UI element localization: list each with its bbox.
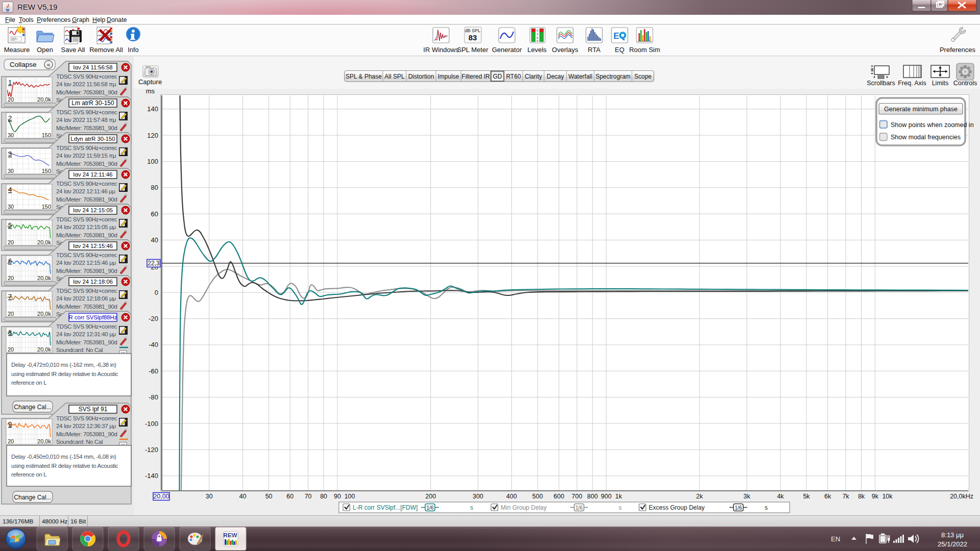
svg-text:140: 140 (147, 105, 158, 113)
svg-text:Mic/Meter: 7053981_90d: Mic/Meter: 7053981_90d (56, 431, 117, 437)
svg-text:Ιαν 24 11:56:58: Ιαν 24 11:56:58 (73, 64, 112, 70)
svg-text:100: 100 (147, 158, 158, 165)
svg-text:Impulse: Impulse (437, 73, 459, 80)
svg-text:Scope: Scope (634, 73, 651, 80)
svg-text:Soundcard: No Cal: Soundcard: No Cal (56, 439, 103, 445)
svg-text:-40: -40 (149, 341, 158, 348)
svg-text:9: 9 (8, 420, 12, 428)
svg-text:Mic/Meter: 7053981_90d: Mic/Meter: 7053981_90d (56, 268, 117, 274)
svg-text:20: 20 (8, 438, 14, 444)
svg-text:EQ: EQ (615, 46, 625, 54)
svg-text:Change Cal...: Change Cal... (14, 404, 51, 411)
svg-text:600: 600 (554, 493, 565, 500)
svg-text:Mic/Meter: 7053981_90d: Mic/Meter: 7053981_90d (56, 339, 117, 345)
svg-text:30: 30 (206, 493, 213, 500)
svg-text:-120: -120 (145, 446, 158, 454)
svg-text:800: 800 (587, 493, 598, 500)
svg-text:Mic/Meter: 7053981_90d: Mic/Meter: 7053981_90d (56, 89, 117, 95)
svg-text:24 Ιαν 2022 12:15:46 μμ: 24 Ιαν 2022 12:15:46 μμ (56, 260, 116, 266)
svg-text:using estimated IR delay relat: using estimated IR delay relative to Aco… (11, 371, 118, 377)
svg-text:TDSC SVS 90Hz+correc: TDSC SVS 90Hz+correc (56, 109, 117, 115)
svg-text:10k: 10k (882, 493, 893, 500)
svg-text:Ιαν 24 12:15:05: Ιαν 24 12:15:05 (73, 207, 113, 213)
svg-text:22,3: 22,3 (148, 260, 160, 267)
svg-text:20,0kHz: 20,0kHz (950, 493, 973, 500)
svg-text:IR Windows: IR Windows (423, 46, 459, 54)
svg-text:Min Group Delay: Min Group Delay (501, 504, 547, 511)
svg-text:Open: Open (37, 46, 53, 54)
svg-text:Delay -0,450±0,010 ms (-154 mm: Delay -0,450±0,010 ms (-154 mm, -6,08 in… (11, 454, 116, 460)
svg-text:2: 2 (8, 114, 12, 122)
svg-text:25/1/2022: 25/1/2022 (938, 540, 967, 548)
svg-text:Mic/Meter: 7053981_90d: Mic/Meter: 7053981_90d (56, 304, 117, 310)
svg-text:Lm atrR 30-150: Lm atrR 30-150 (71, 99, 114, 107)
svg-text:Remove All: Remove All (89, 46, 123, 54)
svg-text:Mic/Meter: 7053981_90d: Mic/Meter: 7053981_90d (56, 196, 117, 203)
svg-text:120: 120 (147, 132, 158, 139)
svg-text:TDSC SVS 90Hz+correc: TDSC SVS 90Hz+correc (56, 73, 117, 80)
svg-text:Scrollbars: Scrollbars (867, 80, 895, 87)
svg-text:RT60: RT60 (506, 73, 521, 80)
svg-text:20,0k: 20,0k (37, 346, 51, 353)
svg-text:Preferences: Preferences (940, 46, 976, 54)
svg-text:Collapse: Collapse (10, 61, 37, 68)
svg-text:Info: Info (128, 46, 139, 54)
svg-text:5k: 5k (803, 493, 810, 500)
svg-text:Show modal frequencies: Show modal frequencies (891, 134, 961, 141)
svg-text:s: s (470, 504, 473, 511)
svg-text:-80: -80 (149, 393, 158, 401)
svg-text:8:13 μμ: 8:13 μμ (941, 531, 964, 539)
svg-text:Measure: Measure (4, 46, 30, 54)
svg-text:24 Ιαν 2022 12:11:46 μμ: 24 Ιαν 2022 12:11:46 μμ (56, 188, 115, 194)
svg-text:TDSC SVS 90Hz+correc: TDSC SVS 90Hz+correc (56, 216, 117, 222)
svg-text:Clarity: Clarity (525, 73, 542, 80)
svg-text:30: 30 (8, 168, 14, 174)
svg-text:Limits: Limits (932, 80, 949, 87)
svg-text:300: 300 (473, 493, 483, 500)
svg-text:Excess Group Delay: Excess Group Delay (649, 504, 704, 511)
svg-text:reference on L: reference on L (11, 471, 47, 478)
svg-text:RTA: RTA (588, 46, 601, 54)
svg-text:EN: EN (831, 535, 840, 543)
svg-text:Soundcard: No Cal: Soundcard: No Cal (56, 347, 103, 353)
svg-text:24 Ιαν 2022 11:59:15 πμ: 24 Ιαν 2022 11:59:15 πμ (56, 153, 116, 159)
svg-text:All SPL: All SPL (384, 73, 405, 80)
svg-text:200: 200 (425, 493, 436, 500)
svg-text:Waterfall: Waterfall (569, 73, 593, 80)
svg-text:Ιαν 24 12:18:06: Ιαν 24 12:18:06 (73, 279, 113, 285)
svg-text:Freq. Axis: Freq. Axis (898, 80, 926, 87)
svg-text:s: s (619, 504, 622, 511)
svg-text:150: 150 (42, 132, 51, 138)
svg-text:TDSC SVS 90Hz+correc: TDSC SVS 90Hz+correc (56, 288, 117, 294)
svg-text:reference on L: reference on L (11, 380, 47, 386)
svg-text:70: 70 (305, 493, 312, 500)
svg-text:400: 400 (506, 493, 517, 500)
svg-text:90: 90 (334, 493, 341, 500)
svg-text:dB SPL: dB SPL (465, 28, 481, 33)
svg-text:24 Ιαν 2022 11:56:58 πμ: 24 Ιαν 2022 11:56:58 πμ (56, 81, 116, 87)
svg-text:Filtered IR: Filtered IR (461, 73, 490, 80)
svg-text:TDSC SVS 90Hz+correc: TDSC SVS 90Hz+correc (56, 181, 117, 187)
svg-text:3k: 3k (743, 493, 750, 500)
svg-text:SVS lpf 91: SVS lpf 91 (79, 406, 108, 413)
svg-text:20,0k: 20,0k (37, 239, 51, 245)
svg-text:TDSC SVS 90Hz+correc: TDSC SVS 90Hz+correc (56, 323, 117, 330)
svg-text:80: 80 (151, 184, 158, 191)
svg-text:24 Ιαν 2022 12:18:06 μμ: 24 Ιαν 2022 12:18:06 μμ (56, 295, 116, 302)
svg-text:24 Ιαν 2022 11:57:48 πμ: 24 Ιαν 2022 11:57:48 πμ (56, 117, 116, 123)
svg-text:24 Ιαν 2022 12:36:37 μμ: 24 Ιαν 2022 12:36:37 μμ (56, 423, 116, 429)
svg-text:20,0k: 20,0k (37, 275, 51, 281)
svg-text:Save All: Save All (61, 46, 85, 54)
svg-text:20,0k: 20,0k (37, 311, 51, 317)
svg-text:60: 60 (286, 493, 293, 500)
svg-text:700: 700 (572, 493, 582, 500)
svg-text:R corr SVSlpf88Hz: R corr SVSlpf88Hz (69, 314, 117, 320)
svg-text:4k: 4k (777, 493, 784, 500)
svg-text:30: 30 (8, 132, 14, 138)
svg-text:Levels: Levels (527, 46, 547, 54)
svg-text:Generate minimum phase: Generate minimum phase (884, 106, 958, 113)
svg-text:«: « (47, 61, 51, 68)
svg-text:-20: -20 (149, 315, 158, 322)
svg-text:Ιαν 24 12:11:46: Ιαν 24 12:11:46 (73, 171, 112, 178)
svg-text:GD: GD (493, 73, 502, 80)
